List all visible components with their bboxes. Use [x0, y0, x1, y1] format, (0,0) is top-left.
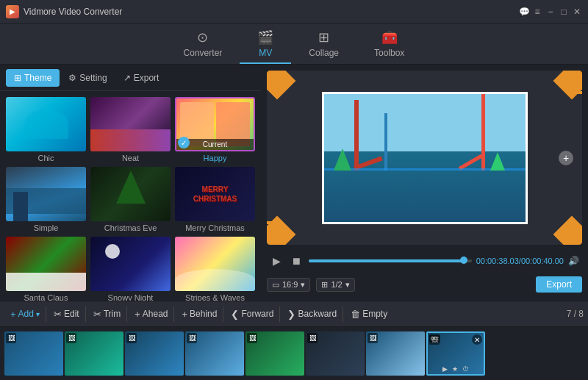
- setting-button[interactable]: ⚙ Setting: [61, 70, 114, 86]
- theme-button[interactable]: ⊞ Theme: [6, 69, 60, 87]
- thumb-7-icon: 🖼: [368, 333, 378, 343]
- tab-mv-label: MV: [259, 48, 272, 58]
- theme-happy-label: Happy: [175, 154, 255, 162]
- tab-collage-label: Collage: [309, 48, 339, 58]
- trim-icon: ✂: [93, 309, 101, 320]
- copies-select[interactable]: ⊞ 1/2 ▾: [316, 278, 354, 292]
- stop-button[interactable]: ⏹: [288, 254, 304, 268]
- theme-happy[interactable]: Current ✓ Happy: [175, 97, 255, 162]
- title-bar-left: ▶ Vidmore Video Converter: [6, 5, 122, 18]
- edit-button[interactable]: ✂ Edit: [48, 306, 86, 322]
- add-label: Add: [18, 309, 34, 319]
- tab-mv[interactable]: 🎬 MV: [240, 25, 291, 64]
- close-button[interactable]: ✕: [572, 7, 582, 17]
- tab-toolbox[interactable]: 🧰 Toolbox: [356, 25, 422, 64]
- empty-button[interactable]: 🗑 Empty: [345, 306, 393, 322]
- app-title: Vidmore Video Converter: [24, 7, 122, 17]
- chat-button[interactable]: 💬: [519, 7, 529, 17]
- title-bar-controls: 💬 ≡ − □ ✕: [519, 7, 582, 17]
- thumb-8-star-icon[interactable]: ★: [452, 365, 458, 373]
- export-label: Export: [134, 73, 159, 83]
- theme-stripes-waves[interactable]: Stripes & Waves: [175, 237, 255, 301]
- mv-icon: 🎬: [257, 29, 273, 46]
- app-icon: ▶: [6, 5, 19, 18]
- thumb-8[interactable]: 🖼 ✕ ▶ ★ ⏱ 00:: [426, 331, 485, 376]
- thumb-1-icon: 🖼: [6, 333, 16, 343]
- toolbox-icon: 🧰: [381, 29, 398, 46]
- volume-icon[interactable]: 🔊: [568, 256, 579, 266]
- thumb-6-icon: 🖼: [307, 333, 318, 343]
- thumb-1[interactable]: 🖼: [4, 331, 63, 376]
- export-panel-button[interactable]: ↗ Export: [116, 70, 167, 86]
- thumb-7[interactable]: 🖼: [366, 331, 425, 376]
- theme-neat-label: Neat: [90, 154, 171, 162]
- thumb-8-time: 00:: [429, 334, 440, 343]
- theme-snowy-night-label: Snowy Night: [90, 293, 171, 301]
- left-panel: ⊞ Theme ⚙ Setting ↗ Export Chic: [0, 65, 261, 301]
- play-button[interactable]: ▶: [270, 254, 284, 268]
- theme-christmas-eve-label: Christmas Eve: [90, 223, 171, 232]
- behind-icon: +: [182, 309, 187, 320]
- export-icon: ↗: [123, 73, 131, 83]
- thumb-3[interactable]: 🖼: [125, 331, 184, 376]
- corner-deco-bl: [267, 216, 295, 245]
- progress-bar[interactable]: [309, 259, 472, 262]
- ratio-icon: ▭: [272, 280, 279, 290]
- thumb-3-icon: 🖼: [126, 333, 137, 343]
- time-display: 00:00:38.03/00:00:40.00: [476, 257, 564, 265]
- forward-button[interactable]: ❮ Forward: [225, 306, 280, 322]
- theme-chic[interactable]: Chic: [6, 97, 86, 162]
- trim-label: Trim: [104, 309, 121, 319]
- behind-button[interactable]: + Behind: [176, 306, 223, 322]
- theme-christmas-eve[interactable]: Christmas Eve: [90, 167, 171, 232]
- add-button[interactable]: + Add ▾: [4, 306, 46, 322]
- page-count: 7 / 8: [567, 309, 584, 319]
- check-badge: ✓: [178, 137, 190, 148]
- ratio-dropdown-icon: ▾: [301, 280, 305, 290]
- minimize-button[interactable]: −: [545, 7, 556, 17]
- theme-grid: Chic Neat Cu: [0, 91, 261, 301]
- forward-icon: ❮: [231, 309, 239, 320]
- thumb-2[interactable]: 🖼: [65, 331, 123, 376]
- backward-label: Backward: [298, 309, 337, 319]
- theme-merry-christmas[interactable]: MERRYCHRISTMAS Merry Christmas: [175, 167, 255, 232]
- progress-dot: [460, 257, 467, 264]
- ahead-button[interactable]: + Ahead: [129, 306, 174, 322]
- theme-snowy-night[interactable]: Snowy Night: [90, 237, 171, 301]
- corner-deco-right: [573, 91, 582, 94]
- backward-button[interactable]: ❯ Backward: [282, 306, 343, 322]
- converter-icon: ⊙: [197, 29, 208, 46]
- trim-button[interactable]: ✂ Trim: [87, 306, 128, 322]
- setting-icon: ⚙: [68, 73, 76, 83]
- thumb-8-clock-icon[interactable]: ⏱: [462, 365, 469, 373]
- thumb-8-play-icon[interactable]: ▶: [442, 365, 448, 373]
- copies-dropdown-icon: ▾: [345, 280, 350, 290]
- thumb-2-icon: 🖼: [66, 333, 76, 343]
- corner-deco-br: [553, 216, 582, 245]
- menu-button[interactable]: ≡: [532, 7, 542, 17]
- controls-row: ▶ ⏹ 00:00:38.03/00:00:40.00 🔊: [267, 248, 582, 274]
- theme-simple[interactable]: Simple: [6, 167, 86, 232]
- thumb-5[interactable]: 🖼: [245, 331, 304, 376]
- preview-area: +: [267, 71, 582, 245]
- ratio-value: 16:9: [282, 280, 298, 289]
- ratio-select[interactable]: ▭ 16:9 ▾: [267, 278, 310, 292]
- preview-add-button[interactable]: +: [559, 151, 573, 165]
- theme-santa-claus[interactable]: Santa Claus: [6, 237, 86, 301]
- edit-icon: ✂: [54, 309, 62, 320]
- thumb-4[interactable]: 🖼: [185, 331, 244, 376]
- theme-neat[interactable]: Neat: [90, 97, 171, 162]
- thumb-6[interactable]: 🖼: [306, 331, 365, 376]
- title-bar: ▶ Vidmore Video Converter 💬 ≡ − □ ✕: [0, 0, 588, 24]
- export-button[interactable]: Export: [536, 276, 582, 293]
- tab-toolbox-label: Toolbox: [374, 48, 404, 58]
- corner-deco-tr: [553, 71, 582, 99]
- tab-collage[interactable]: ⊞ Collage: [291, 25, 356, 64]
- maximize-button[interactable]: □: [559, 7, 569, 17]
- thumb-8-close[interactable]: ✕: [472, 334, 482, 345]
- thumb-4-icon: 🖼: [187, 333, 197, 343]
- time-current: 00:00:38.03: [476, 257, 519, 265]
- forward-label: Forward: [241, 309, 273, 319]
- panel-toolbar: ⊞ Theme ⚙ Setting ↗ Export: [0, 65, 261, 91]
- tab-converter[interactable]: ⊙ Converter: [166, 25, 240, 64]
